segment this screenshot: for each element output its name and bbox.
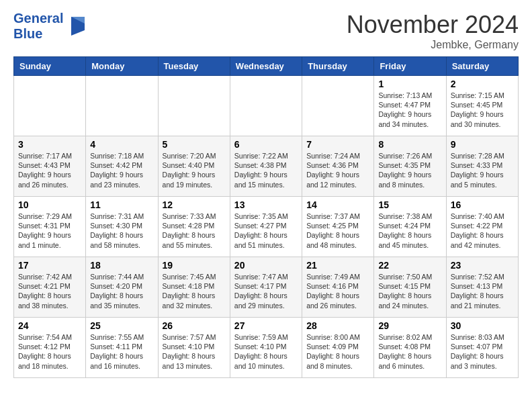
table-row: 26Sunrise: 7:57 AM Sunset: 4:10 PM Dayli… (158, 318, 230, 378)
cell-info: Sunrise: 8:02 AM Sunset: 4:08 PM Dayligh… (378, 332, 441, 371)
cell-info: Sunrise: 7:15 AM Sunset: 4:45 PM Dayligh… (451, 91, 514, 129)
cell-info: Sunrise: 7:31 AM Sunset: 4:30 PM Dayligh… (90, 212, 153, 250)
cell-day-number: 5 (163, 139, 226, 150)
cell-day-number: 15 (378, 199, 441, 210)
cell-info: Sunrise: 7:37 AM Sunset: 4:25 PM Dayligh… (306, 212, 369, 250)
cell-day-number: 29 (378, 320, 441, 331)
table-row: 15Sunrise: 7:38 AM Sunset: 4:24 PM Dayli… (374, 197, 446, 257)
table-row: 19Sunrise: 7:45 AM Sunset: 4:18 PM Dayli… (158, 257, 230, 318)
logo-blue: Blue (13, 26, 42, 41)
cell-day-number: 24 (18, 320, 81, 331)
cell-info: Sunrise: 7:18 AM Sunset: 4:42 PM Dayligh… (90, 151, 153, 189)
table-row: 5Sunrise: 7:20 AM Sunset: 4:40 PM Daylig… (158, 136, 230, 197)
table-row: 22Sunrise: 7:50 AM Sunset: 4:15 PM Dayli… (374, 257, 446, 318)
cell-info: Sunrise: 7:54 AM Sunset: 4:12 PM Dayligh… (18, 332, 81, 371)
cell-info: Sunrise: 7:24 AM Sunset: 4:36 PM Dayligh… (306, 151, 369, 189)
table-row (86, 76, 158, 136)
table-row: 4Sunrise: 7:18 AM Sunset: 4:42 PM Daylig… (86, 136, 158, 197)
cell-day-number: 30 (451, 320, 514, 331)
cell-info: Sunrise: 7:44 AM Sunset: 4:20 PM Dayligh… (90, 272, 153, 310)
table-row: 28Sunrise: 8:00 AM Sunset: 4:09 PM Dayli… (302, 318, 374, 378)
cell-info: Sunrise: 7:40 AM Sunset: 4:22 PM Dayligh… (451, 212, 514, 250)
table-row: 20Sunrise: 7:47 AM Sunset: 4:17 PM Dayli… (230, 257, 302, 318)
cell-info: Sunrise: 7:47 AM Sunset: 4:17 PM Dayligh… (234, 272, 298, 310)
cell-day-number: 26 (163, 320, 226, 331)
table-row: 16Sunrise: 7:40 AM Sunset: 4:22 PM Dayli… (446, 197, 518, 257)
cell-day-number: 7 (306, 139, 369, 150)
cell-day-number: 20 (234, 260, 298, 271)
cell-day-number: 16 (451, 199, 514, 210)
cell-info: Sunrise: 7:49 AM Sunset: 4:16 PM Dayligh… (306, 272, 369, 310)
table-row: 25Sunrise: 7:55 AM Sunset: 4:11 PM Dayli… (86, 318, 158, 378)
cell-day-number: 2 (451, 79, 514, 89)
cell-day-number: 25 (90, 320, 153, 331)
table-row: 7Sunrise: 7:24 AM Sunset: 4:36 PM Daylig… (302, 136, 374, 197)
cell-info: Sunrise: 7:55 AM Sunset: 4:11 PM Dayligh… (90, 332, 153, 371)
cell-day-number: 23 (451, 260, 514, 271)
cell-info: Sunrise: 7:26 AM Sunset: 4:35 PM Dayligh… (378, 151, 441, 189)
col-wednesday: Wednesday (230, 57, 302, 76)
table-row (302, 76, 374, 136)
col-sunday: Sunday (14, 57, 86, 76)
table-row: 6Sunrise: 7:22 AM Sunset: 4:38 PM Daylig… (230, 136, 302, 197)
cell-info: Sunrise: 7:28 AM Sunset: 4:33 PM Dayligh… (451, 151, 514, 189)
col-tuesday: Tuesday (158, 57, 230, 76)
cell-info: Sunrise: 7:45 AM Sunset: 4:18 PM Dayligh… (163, 272, 226, 310)
cell-day-number: 11 (90, 199, 153, 210)
logo: General Blue (13, 11, 87, 42)
cell-day-number: 1 (378, 79, 441, 89)
table-row: 13Sunrise: 7:35 AM Sunset: 4:27 PM Dayli… (230, 197, 302, 257)
cell-day-number: 28 (306, 320, 369, 331)
table-row: 30Sunrise: 8:03 AM Sunset: 4:07 PM Dayli… (446, 318, 518, 378)
cell-day-number: 10 (18, 199, 81, 210)
table-row (230, 76, 302, 136)
col-friday: Friday (374, 57, 446, 76)
cell-info: Sunrise: 7:22 AM Sunset: 4:38 PM Dayligh… (234, 151, 298, 189)
table-row: 2Sunrise: 7:15 AM Sunset: 4:45 PM Daylig… (446, 76, 518, 136)
cell-day-number: 19 (163, 260, 226, 271)
table-row: 29Sunrise: 8:02 AM Sunset: 4:08 PM Dayli… (374, 318, 446, 378)
cell-day-number: 6 (234, 139, 298, 150)
table-row: 9Sunrise: 7:28 AM Sunset: 4:33 PM Daylig… (446, 136, 518, 197)
cell-info: Sunrise: 7:13 AM Sunset: 4:47 PM Dayligh… (378, 91, 441, 129)
col-monday: Monday (86, 57, 158, 76)
cell-info: Sunrise: 7:29 AM Sunset: 4:31 PM Dayligh… (18, 212, 81, 250)
logo-icon (66, 14, 87, 38)
table-row: 21Sunrise: 7:49 AM Sunset: 4:16 PM Dayli… (302, 257, 374, 318)
cell-day-number: 4 (90, 139, 153, 150)
cell-info: Sunrise: 7:33 AM Sunset: 4:28 PM Dayligh… (163, 212, 226, 250)
cell-info: Sunrise: 7:57 AM Sunset: 4:10 PM Dayligh… (163, 332, 226, 371)
table-row: 24Sunrise: 7:54 AM Sunset: 4:12 PM Dayli… (14, 318, 86, 378)
table-row (158, 76, 230, 136)
table-row: 14Sunrise: 7:37 AM Sunset: 4:25 PM Dayli… (302, 197, 374, 257)
table-row: 23Sunrise: 7:52 AM Sunset: 4:13 PM Dayli… (446, 257, 518, 318)
table-row: 8Sunrise: 7:26 AM Sunset: 4:35 PM Daylig… (374, 136, 446, 197)
cell-info: Sunrise: 7:35 AM Sunset: 4:27 PM Dayligh… (234, 212, 298, 250)
cell-info: Sunrise: 7:17 AM Sunset: 4:43 PM Dayligh… (18, 151, 81, 189)
cell-day-number: 21 (306, 260, 369, 271)
cell-info: Sunrise: 7:20 AM Sunset: 4:40 PM Dayligh… (163, 151, 226, 189)
cell-info: Sunrise: 7:42 AM Sunset: 4:21 PM Dayligh… (18, 272, 81, 310)
cell-day-number: 14 (306, 199, 369, 210)
location: Jembke, Germany (347, 39, 519, 51)
table-row: 3Sunrise: 7:17 AM Sunset: 4:43 PM Daylig… (14, 136, 86, 197)
table-row: 12Sunrise: 7:33 AM Sunset: 4:28 PM Dayli… (158, 197, 230, 257)
cell-info: Sunrise: 8:00 AM Sunset: 4:09 PM Dayligh… (306, 332, 369, 371)
col-saturday: Saturday (446, 57, 518, 76)
calendar-table: Sunday Monday Tuesday Wednesday Thursday… (13, 56, 519, 378)
cell-day-number: 8 (378, 139, 441, 150)
cell-info: Sunrise: 8:03 AM Sunset: 4:07 PM Dayligh… (451, 332, 514, 371)
cell-day-number: 13 (234, 199, 298, 210)
month-title: November 2024 (347, 11, 519, 39)
logo-general: General (13, 11, 63, 26)
cell-day-number: 9 (451, 139, 514, 150)
col-thursday: Thursday (302, 57, 374, 76)
cell-day-number: 18 (90, 260, 153, 271)
cell-info: Sunrise: 7:50 AM Sunset: 4:15 PM Dayligh… (378, 272, 441, 310)
table-row: 11Sunrise: 7:31 AM Sunset: 4:30 PM Dayli… (86, 197, 158, 257)
cell-day-number: 3 (18, 139, 81, 150)
table-row: 1Sunrise: 7:13 AM Sunset: 4:47 PM Daylig… (374, 76, 446, 136)
cell-day-number: 22 (378, 260, 441, 271)
table-row: 17Sunrise: 7:42 AM Sunset: 4:21 PM Dayli… (14, 257, 86, 318)
cell-info: Sunrise: 7:38 AM Sunset: 4:24 PM Dayligh… (378, 212, 441, 250)
